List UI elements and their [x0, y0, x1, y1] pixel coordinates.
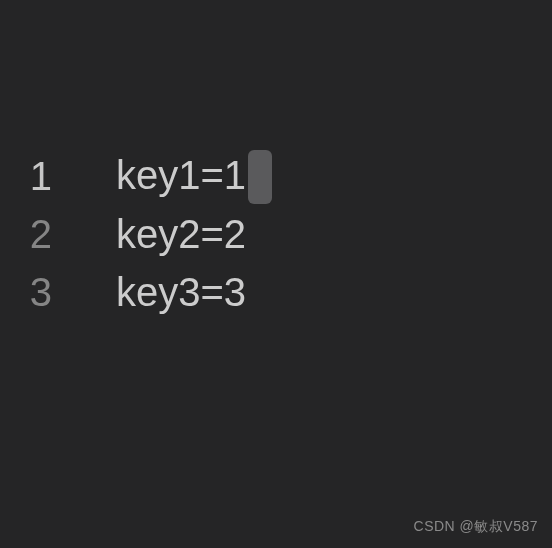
line-text: key2=2	[116, 212, 246, 256]
line-content[interactable]: key2=2	[116, 205, 246, 263]
line-number: 1	[24, 147, 52, 205]
code-line[interactable]: 3 key3=3	[24, 263, 552, 321]
line-number: 3	[24, 263, 52, 321]
line-number: 2	[24, 205, 52, 263]
code-line[interactable]: 1 key1=1	[24, 147, 552, 205]
cursor-icon	[248, 150, 272, 204]
line-text: key1=1	[116, 153, 246, 197]
watermark: CSDN @敏叔V587	[414, 518, 538, 536]
code-editor[interactable]: 1 key1=1 2 key2=2 3 key3=3	[0, 0, 552, 321]
code-line[interactable]: 2 key2=2	[24, 205, 552, 263]
line-text: key3=3	[116, 270, 246, 314]
line-content[interactable]: key1=1	[116, 146, 272, 205]
line-content[interactable]: key3=3	[116, 263, 246, 321]
